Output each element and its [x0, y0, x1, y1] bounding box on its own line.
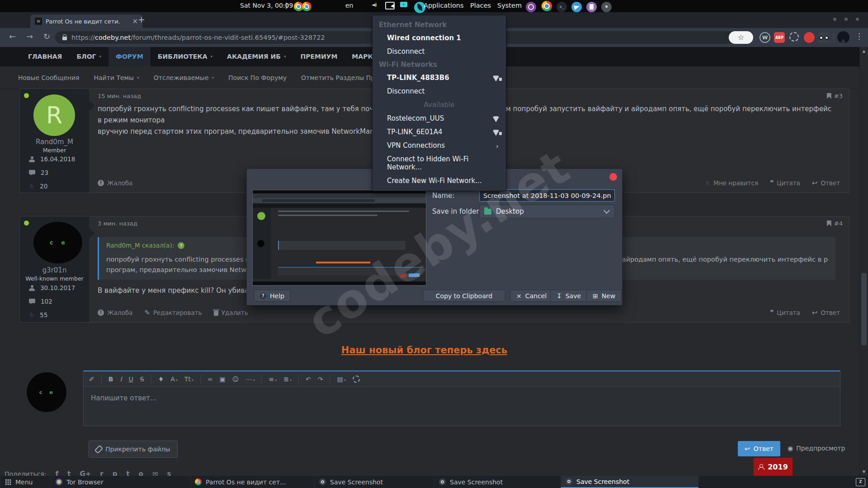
- subnav-new-messages[interactable]: Новые Сообщения: [18, 74, 79, 81]
- nav-biblioteka[interactable]: БИБЛИОТЕКА▾: [151, 47, 220, 66]
- like-link[interactable]: ☞Мне нравится: [705, 179, 758, 187]
- font-size-icon[interactable]: Tt▾: [184, 375, 193, 383]
- scrollbar-thumb[interactable]: [861, 273, 867, 345]
- post-time[interactable]: 15 мин. назад: [98, 93, 141, 99]
- avatar[interactable]: R: [33, 94, 75, 136]
- filename-input[interactable]: [479, 189, 615, 202]
- align-icon[interactable]: ≡▾: [269, 375, 277, 383]
- edit-link[interactable]: ✎Редактировать: [144, 309, 202, 317]
- username[interactable]: Rand0m_M: [20, 138, 89, 146]
- up-arrow-icon[interactable]: ↑: [178, 242, 184, 249]
- tab-close-icon[interactable]: ×: [132, 17, 138, 25]
- scroll-up-icon[interactable]: ▲: [860, 49, 868, 53]
- smiley-icon[interactable]: ☺: [232, 375, 239, 383]
- adblock-extension-icon[interactable]: ABP: [774, 32, 785, 43]
- hidden-wifi-item[interactable]: Connect to Hidden Wi-Fi Network...: [373, 152, 506, 174]
- new-button[interactable]: ⊞New: [586, 290, 622, 302]
- bookmark-star-icon[interactable]: ☆: [729, 31, 753, 44]
- telegram-launcher-icon[interactable]: [571, 2, 582, 12]
- page-scrollbar[interactable]: ▲ ▼: [859, 47, 868, 476]
- chrome-launcher-icon[interactable]: [542, 1, 552, 11]
- post-number[interactable]: #3: [827, 93, 843, 99]
- bluetooth-icon[interactable]: ᛒ: [285, 2, 289, 10]
- report-link[interactable]: !Жалоба: [98, 179, 132, 187]
- underline-icon[interactable]: U: [129, 375, 133, 383]
- subnav-search-forum[interactable]: Поиск По Форуму: [228, 74, 287, 81]
- cancel-button[interactable]: ×Cancel: [510, 290, 553, 302]
- keyboard-layout-indicator[interactable]: en: [345, 2, 354, 9]
- bookmark-icon[interactable]: [827, 93, 831, 99]
- quote-link[interactable]: ❞Цитата: [770, 179, 800, 187]
- nav-blog[interactable]: БЛОГ▾: [69, 47, 108, 66]
- more-icon[interactable]: ⋯▾: [245, 375, 255, 383]
- nav-forum[interactable]: ФОРУМ: [108, 47, 151, 66]
- subnav-watched[interactable]: Отслеживаемые▾: [154, 74, 214, 81]
- italic-icon[interactable]: I: [120, 375, 122, 383]
- post-number[interactable]: #4: [827, 220, 843, 227]
- delete-link[interactable]: Удалить: [214, 309, 248, 316]
- copy-to-clipboard-button[interactable]: Copy to Clipboard: [423, 290, 505, 302]
- back-icon[interactable]: ←: [9, 32, 16, 41]
- windscribe-extension-icon[interactable]: W: [760, 32, 770, 43]
- browser-profile-avatar[interactable]: [837, 31, 849, 43]
- privacy-extension-icon[interactable]: [818, 32, 829, 43]
- report-link[interactable]: !Жалоба: [98, 309, 132, 316]
- reply-link[interactable]: ↩Ответ: [812, 179, 840, 187]
- taskbar-save-screenshot-1[interactable]: Save Screenshot: [314, 476, 405, 488]
- blog-link[interactable]: Наш новый блог теперь здесь: [0, 345, 849, 356]
- quote-link[interactable]: ❞Цитата: [770, 309, 800, 317]
- terminal-launcher-icon[interactable]: >_: [557, 2, 567, 12]
- taskbar-menu-button[interactable]: Menu: [0, 476, 51, 488]
- taskbar-parrot-tab[interactable]: Parrot Os не видит сет...: [190, 476, 314, 488]
- nav-premium[interactable]: ПРЕМИУМ: [293, 47, 344, 66]
- ssid-rostelecom-item[interactable]: Rostelecom_UUS: [373, 112, 506, 125]
- disconnect-wifi-item[interactable]: Disconnect: [373, 84, 506, 98]
- drafts-icon[interactable]: ▤▾: [337, 375, 345, 383]
- create-wifi-item[interactable]: Create New Wi-Fi Network...: [373, 174, 506, 188]
- chrome-notify-icon2[interactable]: [302, 2, 311, 11]
- text-color-icon[interactable]: ♦: [158, 375, 164, 383]
- wired-connection-item[interactable]: Wired connection 1: [373, 31, 506, 45]
- redo-icon[interactable]: ↷: [318, 375, 323, 383]
- image-icon[interactable]: ▣: [220, 375, 226, 383]
- preview-button[interactable]: ◉Предпросмотр: [788, 445, 845, 452]
- subnav-find-topics[interactable]: Найти Темы▾: [94, 74, 139, 81]
- reply-submit-button[interactable]: ↩Ответ: [738, 441, 780, 456]
- forward-icon[interactable]: →: [26, 32, 33, 41]
- remove-format-icon[interactable]: ✐: [89, 375, 94, 383]
- save-button[interactable]: ↧Save: [550, 290, 587, 302]
- attach-files-button[interactable]: Прикрепить файлы: [89, 441, 178, 458]
- applications-menu[interactable]: Applications: [424, 2, 464, 9]
- gear-extension-icon[interactable]: [789, 32, 799, 42]
- bold-icon[interactable]: B: [108, 375, 113, 383]
- atom-launcher-icon[interactable]: ✶: [601, 2, 612, 12]
- tor-launcher-icon[interactable]: [526, 2, 536, 12]
- link-icon[interactable]: ∞: [208, 375, 213, 383]
- dialog-close-button[interactable]: [609, 173, 617, 181]
- keyboard-indicator-icon[interactable]: Z: [856, 478, 865, 486]
- taskbar-save-screenshot-2[interactable]: Save Screenshot: [434, 476, 529, 488]
- connected-ssid-item[interactable]: TP-LINK_4883B6: [373, 71, 506, 84]
- system-menu[interactable]: System: [497, 2, 522, 9]
- browser-menu-icon[interactable]: ⋮: [855, 32, 863, 41]
- reload-icon[interactable]: ↻: [43, 32, 50, 41]
- list-icon[interactable]: ≣▾: [283, 375, 292, 383]
- window-controls[interactable]: [833, 18, 859, 21]
- display-icon[interactable]: [385, 2, 395, 9]
- username[interactable]: g3r01n: [20, 266, 89, 274]
- scroll-down-icon[interactable]: ▼: [860, 469, 868, 474]
- battery-icon[interactable]: ⚡: [400, 2, 407, 7]
- bookmark-icon[interactable]: [827, 221, 831, 226]
- disconnect-wired-item[interactable]: Disconnect: [373, 45, 506, 58]
- strikethrough-icon[interactable]: S: [140, 375, 144, 383]
- help-button[interactable]: ?Help: [254, 290, 291, 302]
- vpn-connections-item[interactable]: VPN Connections›: [373, 139, 506, 152]
- volume-icon[interactable]: ◄): [372, 2, 377, 8]
- font-family-icon[interactable]: A▾: [170, 375, 178, 383]
- editor-settings-gear-icon[interactable]: [353, 375, 360, 383]
- reply-textarea[interactable]: Напишите ответ...: [84, 387, 840, 409]
- browser-tab[interactable]: w Parrot Os не видит сети. ×: [30, 14, 142, 28]
- taskbar-save-screenshot-3[interactable]: Save Screenshot: [561, 476, 698, 488]
- taskbar-tor-browser[interactable]: Tor Browser: [51, 476, 138, 488]
- folder-select[interactable]: Desktop: [479, 205, 615, 218]
